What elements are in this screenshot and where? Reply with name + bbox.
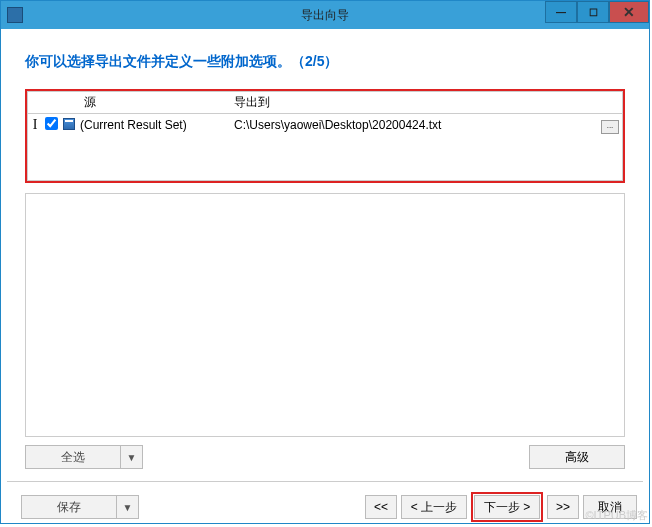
row-cursor-icon: I [28, 117, 42, 133]
export-grid: 源 导出到 I (Current Result Set) C:\Users\ya… [27, 91, 623, 181]
grid-header-row: 源 导出到 [28, 92, 622, 114]
resultset-icon [63, 118, 75, 130]
wizard-heading: 你可以选择导出文件并定义一些附加选项。（2/5） [1, 29, 649, 89]
select-all-button[interactable]: 全选 [25, 445, 121, 469]
save-dropdown[interactable]: ▼ [117, 495, 139, 519]
content-area: 你可以选择导出文件并定义一些附加选项。（2/5） 源 导出到 I [1, 29, 649, 522]
minimize-button[interactable]: — [545, 1, 577, 23]
row-type-icon-cell [60, 118, 78, 133]
next-button-highlight: 下一步 > [471, 492, 543, 522]
row-source-cell[interactable]: (Current Result Set) [78, 118, 228, 132]
save-group: 保存 ▼ [21, 495, 139, 519]
first-button[interactable]: << [365, 495, 397, 519]
row-browse-cell: ... [598, 117, 622, 134]
row-checkbox-cell [42, 117, 60, 133]
grid-empty-space [28, 136, 622, 180]
grid-header-source[interactable]: 源 [78, 94, 228, 111]
options-bar: 全选 ▼ 高级 [25, 445, 625, 469]
grid-header-dest[interactable]: 导出到 [228, 94, 598, 111]
app-icon [7, 7, 23, 23]
list-area [25, 193, 625, 437]
export-wizard-window: 导出向导 — ☐ ✕ 你可以选择导出文件并定义一些附加选项。（2/5） 源 导出… [0, 0, 650, 524]
next-button[interactable]: 下一步 > [474, 495, 540, 519]
watermark: ©ITPUB博客 [586, 508, 649, 523]
window-controls: — ☐ ✕ [545, 1, 649, 23]
nav-bar: 保存 ▼ << < 上一步 下一步 > >> 取消 [7, 492, 643, 522]
select-all-dropdown[interactable]: ▼ [121, 445, 143, 469]
advanced-button[interactable]: 高级 [529, 445, 625, 469]
browse-button[interactable]: ... [601, 120, 619, 134]
maximize-button[interactable]: ☐ [577, 1, 609, 23]
prev-button[interactable]: < 上一步 [401, 495, 467, 519]
last-button[interactable]: >> [547, 495, 579, 519]
titlebar[interactable]: 导出向导 — ☐ ✕ [1, 1, 649, 29]
window-title: 导出向导 [301, 7, 349, 24]
table-row[interactable]: I (Current Result Set) C:\Users\yaowei\D… [28, 114, 622, 136]
separator [7, 481, 643, 482]
row-dest-cell[interactable]: C:\Users\yaowei\Desktop\20200424.txt [228, 118, 598, 132]
close-button[interactable]: ✕ [609, 1, 649, 23]
export-grid-highlight: 源 导出到 I (Current Result Set) C:\Users\ya… [25, 89, 625, 183]
save-button[interactable]: 保存 [21, 495, 117, 519]
row-checkbox[interactable] [45, 117, 58, 130]
select-all-group: 全选 ▼ [25, 445, 143, 469]
